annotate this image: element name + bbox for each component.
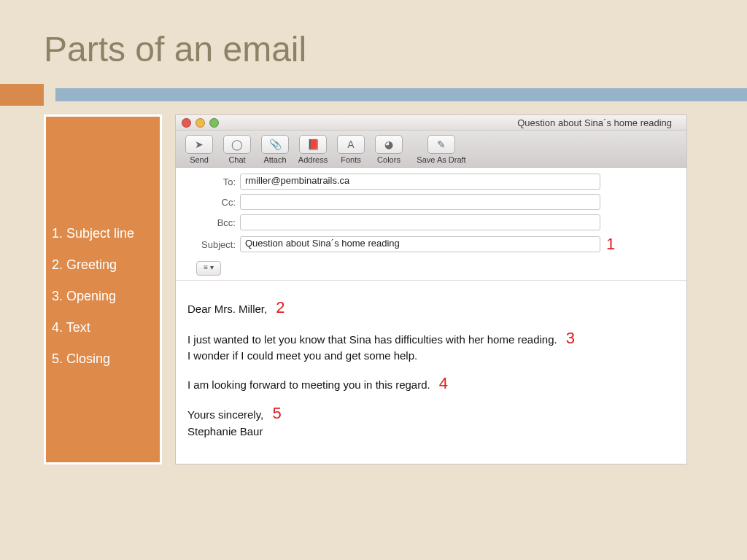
- opening-line1: I just wanted to let you know that Sina …: [187, 333, 557, 346]
- draft-icon: ✎: [427, 135, 455, 154]
- color-wheel-icon: ◕: [375, 135, 403, 154]
- address-book-icon: 📕: [299, 135, 327, 154]
- to-label: To:: [176, 176, 240, 187]
- send-label: Send: [190, 155, 209, 164]
- close-icon[interactable]: [182, 118, 191, 128]
- send-button[interactable]: ➤ Send: [183, 135, 215, 164]
- annotation-1: 1: [606, 235, 615, 254]
- save-draft-label: Save As Draft: [417, 155, 465, 164]
- mail-compose-window: Question about Sina´s home reading ➤ Sen…: [175, 114, 687, 464]
- text-line: I am looking forward to meeting you in t…: [187, 378, 430, 391]
- address-button[interactable]: 📕 Address: [297, 135, 329, 164]
- opening-line2: I wonder if I could meet you and get som…: [187, 349, 417, 362]
- slide-title-area: Parts of an email: [0, 0, 747, 84]
- window-controls[interactable]: [176, 118, 219, 128]
- colors-label: Colors: [377, 155, 400, 164]
- closing-paragraph: Yours sincerely, 5 Stephanie Baur: [187, 402, 675, 439]
- address-label: Address: [298, 155, 328, 164]
- bcc-field[interactable]: [240, 214, 600, 230]
- attach-button[interactable]: 📎 Attach: [259, 135, 291, 164]
- chat-label: Chat: [228, 155, 245, 164]
- toolbar: ➤ Send ◯ Chat 📎 Attach 📕 Address A Fonts…: [176, 131, 686, 168]
- content-row: 1. Subject line 2. Greeting 3. Opening 4…: [0, 106, 747, 464]
- subject-label: Subject:: [176, 239, 240, 250]
- text-paragraph: I am looking forward to meeting you in t…: [187, 373, 675, 394]
- fonts-label: Fonts: [341, 155, 361, 164]
- paper-plane-icon: ➤: [185, 135, 213, 154]
- save-draft-button[interactable]: ✎ Save As Draft: [411, 135, 472, 164]
- list-item: 3. Opening: [52, 289, 151, 304]
- mail-body[interactable]: Dear Mrs. Miller, 2 I just wanted to let…: [176, 281, 686, 462]
- greeting-text: Dear Mrs. Miller,: [187, 303, 267, 315]
- accent-blue: [55, 88, 747, 101]
- options-row: ≡ ▾: [176, 258, 679, 276]
- mail-headers: To: rmiller@pembinatrails.ca Cc: Bcc: Su…: [176, 168, 686, 281]
- to-field[interactable]: rmiller@pembinatrails.ca: [240, 174, 600, 190]
- accent-orange: [0, 84, 44, 106]
- attach-label: Attach: [263, 155, 286, 164]
- cc-row: Cc:: [176, 194, 679, 210]
- list-item: 1. Subject line: [52, 226, 151, 241]
- closing-line2: Stephanie Baur: [187, 425, 263, 438]
- greeting-line: Dear Mrs. Miller, 2: [187, 297, 675, 319]
- annotation-5: 5: [272, 404, 281, 422]
- slide-title: Parts of an email: [44, 29, 747, 69]
- zoom-icon[interactable]: [209, 118, 219, 128]
- subject-row: Subject: Question about Sina´s home read…: [176, 235, 679, 254]
- closing-line1: Yours sincerely,: [187, 408, 263, 421]
- annotation-3: 3: [566, 329, 575, 347]
- paperclip-icon: 📎: [261, 135, 289, 154]
- window-titlebar: Question about Sina´s home reading: [176, 115, 686, 131]
- colors-button[interactable]: ◕ Colors: [373, 135, 405, 164]
- list-item: 5. Closing: [52, 351, 151, 367]
- cc-label: Cc:: [176, 197, 240, 208]
- bcc-row: Bcc:: [176, 214, 679, 230]
- annotation-4: 4: [439, 374, 448, 392]
- accent-bar: [0, 84, 747, 106]
- to-row: To: rmiller@pembinatrails.ca: [176, 174, 679, 190]
- fonts-button[interactable]: A Fonts: [335, 135, 367, 164]
- chat-bubble-icon: ◯: [223, 135, 251, 154]
- fonts-icon: A: [337, 135, 365, 154]
- subject-field[interactable]: Question about Sina´s home reading: [240, 236, 600, 252]
- opening-paragraph: I just wanted to let you know that Sina …: [187, 327, 675, 364]
- header-options-button[interactable]: ≡ ▾: [196, 261, 221, 276]
- annotation-2: 2: [276, 298, 285, 316]
- accent-gap: [44, 84, 55, 106]
- minimize-icon[interactable]: [196, 118, 205, 128]
- list-item: 2. Greeting: [52, 257, 151, 273]
- list-item: 4. Text: [52, 320, 151, 335]
- parts-list: 1. Subject line 2. Greeting 3. Opening 4…: [44, 114, 162, 464]
- chat-button[interactable]: ◯ Chat: [221, 135, 253, 164]
- window-title: Question about Sina´s home reading: [517, 117, 672, 128]
- cc-field[interactable]: [240, 194, 600, 210]
- bcc-label: Bcc:: [176, 217, 240, 228]
